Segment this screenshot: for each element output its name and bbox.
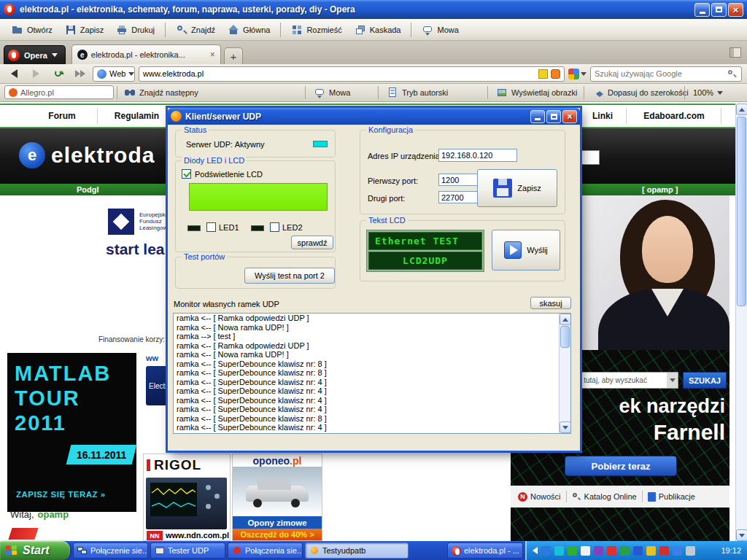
farnell-cta-button[interactable]: Pobierz teraz (565, 456, 677, 476)
page-scrollbar[interactable] (735, 104, 747, 541)
find-next-button[interactable]: Znajdź następny (120, 85, 203, 100)
tray-icon[interactable] (581, 546, 590, 556)
fast-forward-button[interactable] (71, 66, 89, 82)
tray-icon[interactable] (673, 546, 682, 556)
tray-icon[interactable] (607, 546, 616, 556)
scroll-up-icon[interactable] (736, 104, 747, 115)
farnell-link-publications[interactable]: Publikacje (648, 492, 695, 502)
nav-edaboard[interactable]: Edaboard.com (629, 111, 719, 121)
toolbar-speech[interactable]: Mowa (416, 21, 464, 39)
tray-icon[interactable] (594, 546, 603, 556)
farnell-link-news[interactable]: NNowości (518, 492, 561, 502)
task-button-1[interactable]: Połączenie sie... (73, 542, 148, 559)
oponeo-ad[interactable]: oponeo.pl Opony zimowe Oszczędź do 40% > (232, 454, 322, 541)
tray-icon[interactable] (541, 546, 551, 556)
task-button-4[interactable]: Testyudpatb (305, 542, 409, 559)
farnell-search-button[interactable]: SZUKAJ (683, 372, 727, 389)
task-button-2[interactable]: Tester UDP (150, 542, 225, 559)
green-bar-user[interactable]: [ opamp ] (642, 185, 678, 194)
toolbar-print[interactable]: Drukuj (110, 21, 160, 39)
port1-input[interactable] (438, 174, 478, 186)
allegro-field[interactable]: Allegro.pl (4, 85, 114, 99)
scroll-down-icon[interactable] (736, 529, 747, 541)
backlight-checkbox[interactable] (182, 169, 191, 179)
nav-regulamin[interactable]: Regulamin (102, 111, 171, 121)
task-button-5[interactable]: elektroda.pl - ... (447, 542, 523, 559)
task-button-3[interactable]: Połączenia sie... (228, 542, 303, 559)
udp-log[interactable]: ramka <-- [ Ramka odpowiedzi UDP ] ramka… (173, 313, 571, 434)
led2-checkbox[interactable] (270, 222, 279, 232)
browser-titlebar[interactable]: elektroda.pl - elektronika, schematy, fo… (0, 0, 747, 19)
tray-icon[interactable] (568, 546, 577, 556)
nav-linki[interactable]: Linki (581, 111, 624, 121)
ip-input[interactable] (438, 149, 517, 162)
tray-icon[interactable] (620, 546, 630, 556)
reload-button[interactable] (49, 66, 67, 82)
dialog-close-button[interactable]: × (562, 110, 577, 123)
panels-toggle-icon[interactable] (729, 47, 741, 58)
udp-dialog-titlebar[interactable]: Klient/serwer UDP × (168, 108, 580, 125)
tray-icon[interactable] (554, 546, 564, 556)
dialog-maximize-button[interactable] (546, 110, 561, 123)
back-button[interactable] (5, 66, 23, 82)
search-input[interactable] (595, 69, 719, 78)
nav-forum[interactable]: Forum (29, 111, 95, 121)
led1-checkbox-row[interactable]: LED1 (206, 222, 239, 232)
tab-close-icon[interactable]: × (210, 50, 215, 60)
minimize-button[interactable] (694, 3, 710, 17)
opera-menu-button[interactable]: Opera (4, 45, 66, 64)
author-mode-dropdown[interactable]: Tryb autorski (382, 85, 452, 100)
scroll-down-icon[interactable] (560, 421, 571, 433)
farnell-link-catalog[interactable]: Katalog Online (572, 492, 637, 502)
toolbar-cascade[interactable]: Kaskada (349, 21, 407, 39)
tab-elektroda[interactable]: e elektroda.pl - elektronika... × (71, 44, 221, 64)
dialog-minimize-button[interactable] (530, 110, 545, 123)
google-engine-button[interactable] (568, 69, 587, 79)
check-button[interactable]: sprawdź (291, 236, 333, 249)
new-tab-button[interactable]: + (224, 47, 243, 64)
note-icon[interactable] (538, 69, 548, 79)
toolbar-home[interactable]: Główna (222, 21, 276, 39)
toolbar-save[interactable]: Zapisz (59, 21, 109, 39)
site-logo-text[interactable]: elektroda (51, 143, 155, 168)
port-test-button[interactable]: Wyślij test na port 2 (244, 268, 335, 284)
toolbar-find[interactable]: Znajdź (170, 21, 221, 39)
clock[interactable]: 19:12 (721, 546, 741, 555)
port2-input[interactable] (438, 191, 478, 203)
scrollbar-thumb[interactable] (560, 326, 570, 348)
url-field[interactable]: www.elektroda.pl (139, 66, 565, 82)
tray-icon[interactable] (633, 546, 643, 556)
send-button[interactable]: Wyślij (492, 230, 560, 271)
toolbar-tile[interactable]: Rozmieść (285, 21, 347, 39)
matlab-ad[interactable]: MATLAB TOUR 2011 16.11.2011 ZAPISZ SIĘ T… (7, 353, 136, 512)
tray-collapse-icon[interactable] (533, 547, 538, 554)
scroll-up-icon[interactable] (560, 314, 571, 325)
led2-checkbox-row[interactable]: LED2 (270, 222, 303, 232)
forward-button[interactable] (27, 66, 45, 82)
tray-icon[interactable] (659, 546, 669, 556)
username[interactable]: opamp (38, 509, 69, 520)
oponeo-band2[interactable]: Oszczędź do 40% > (233, 529, 322, 540)
tray-icon[interactable] (686, 546, 695, 556)
show-images-dropdown[interactable]: Wyświetlaj obrazki (492, 85, 581, 100)
zoom-dropdown[interactable]: 100% (689, 85, 727, 100)
close-button[interactable]: × (728, 3, 743, 17)
web-dropdown[interactable]: Web (93, 66, 135, 82)
rigol-ad[interactable]: RIGOL NN www.ndn.com.pl (143, 454, 231, 541)
rss-icon[interactable] (551, 69, 560, 79)
clear-button[interactable]: skasuj (530, 297, 571, 309)
farnell-search-input[interactable]: ij tutaj, aby wyszukać (575, 372, 678, 389)
toolbar-open[interactable]: Otwórz (6, 21, 58, 39)
chevron-down-icon[interactable] (667, 373, 678, 388)
backlight-checkbox-row[interactable]: Podświetlenie LCD (182, 169, 263, 179)
log-scrollbar[interactable] (559, 314, 570, 433)
start-button[interactable]: Start (0, 541, 70, 560)
led1-checkbox[interactable] (206, 222, 216, 232)
maximize-button[interactable] (711, 3, 727, 17)
site-logo-icon[interactable]: e (19, 142, 45, 168)
tray-icon[interactable] (646, 546, 656, 556)
speech-button[interactable]: Mowa (309, 85, 355, 100)
scrollbar-thumb[interactable] (737, 117, 746, 306)
fit-width-dropdown[interactable]: Dopasuj do szerokości (588, 85, 693, 100)
save-button[interactable]: Zapisz (477, 169, 557, 207)
